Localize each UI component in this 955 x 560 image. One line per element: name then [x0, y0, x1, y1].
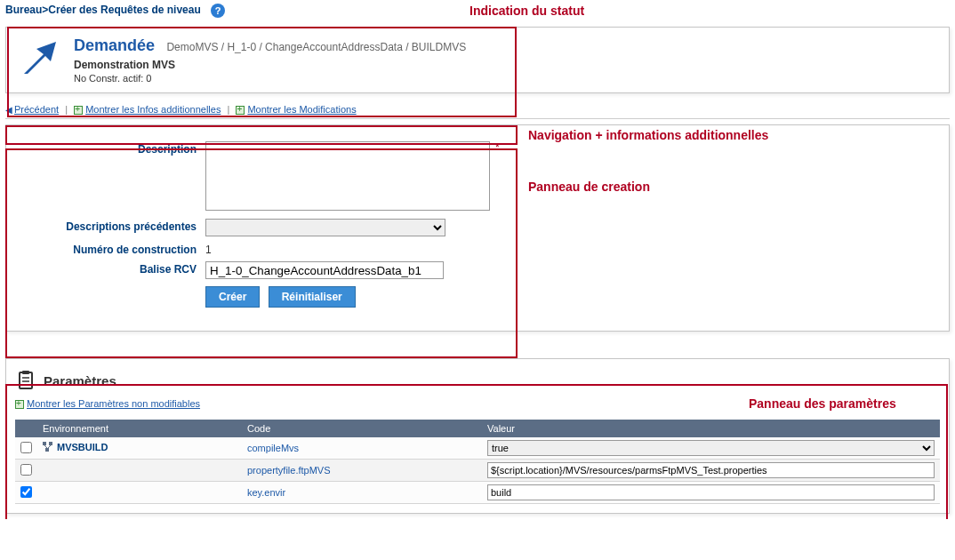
param-value-select[interactable]: true	[487, 440, 935, 456]
creation-form-panel: Description * Descriptions précédentes N…	[5, 124, 950, 332]
request-arrow-icon	[19, 36, 61, 79]
plus-icon	[74, 106, 83, 115]
svg-rect-0	[20, 372, 32, 388]
build-number-label: Numéro de construction	[19, 242, 205, 256]
col-value: Valeur	[482, 420, 940, 437]
breadcrumb: Bureau>Créer des Requêtes de niveau ?	[0, 0, 955, 21]
show-nonmodifiable-params[interactable]: Montrer les Paramètres non modifiables	[27, 398, 200, 409]
prev-desc-label: Descriptions précédentes	[19, 219, 205, 233]
svg-line-9	[48, 445, 51, 448]
col-code: Code	[242, 420, 482, 437]
param-code: key.envir	[247, 487, 285, 498]
prev-desc-select[interactable]	[205, 219, 445, 236]
rcv-tag-label: Balise RCV	[19, 261, 205, 276]
rcv-tag-input[interactable]	[205, 261, 444, 279]
table-row: key.envir	[15, 482, 940, 504]
svg-rect-1	[22, 371, 29, 374]
nav-previous[interactable]: Précédent	[14, 104, 59, 115]
table-row: MVSBUILDcompileMvstrue	[15, 437, 940, 460]
description-input[interactable]	[205, 141, 490, 211]
create-button[interactable]: Créer	[205, 286, 260, 308]
help-icon[interactable]: ?	[211, 4, 225, 18]
status-panel: Demandée DemoMVS / H_1-0 / ChangeAccount…	[5, 27, 950, 93]
clipboard-icon	[15, 370, 36, 391]
svg-line-8	[44, 445, 47, 448]
nav-show-modif[interactable]: Montrer les Modifications	[247, 104, 356, 115]
build-number-value: 1	[205, 242, 212, 256]
param-code: compileMvs	[247, 443, 299, 453]
status-title: Demandée	[74, 36, 155, 55]
row-checkbox[interactable]	[20, 486, 32, 498]
svg-rect-7	[45, 448, 49, 452]
col-environment: Environnement	[37, 420, 242, 437]
required-marker: *	[495, 141, 500, 154]
param-value-input[interactable]	[487, 484, 935, 500]
env-name: MVSBUILD	[57, 442, 108, 452]
breadcrumb-bureau[interactable]: Bureau	[5, 4, 42, 16]
col-checkbox	[15, 420, 37, 437]
parameters-table: Environnement Code Valeur MVSBUILDcompil…	[15, 420, 940, 504]
breadcrumb-page: Créer des Requêtes de niveau	[48, 4, 200, 16]
description-label: Description	[19, 141, 205, 156]
param-code: propertyfile.ftpMVS	[247, 465, 331, 476]
status-path: DemoMVS / H_1-0 / ChangeAccountAddressDa…	[166, 41, 466, 53]
table-row: propertyfile.ftpMVS	[15, 460, 940, 482]
status-constr: No Constr. actif: 0	[74, 73, 466, 84]
plus-icon	[15, 400, 24, 409]
row-checkbox[interactable]	[20, 442, 32, 453]
nav-links: ◀Précédent | Montrer les Infos additionn…	[5, 100, 950, 119]
status-sub: Demonstration MVS	[74, 59, 466, 71]
parameters-panel: Paramètres Montrer les Paramètres non mo…	[5, 358, 950, 514]
svg-rect-5	[43, 442, 46, 445]
row-checkbox[interactable]	[20, 464, 32, 476]
hierarchy-icon	[43, 442, 53, 454]
nav-show-info[interactable]: Montrer les Infos additionnelles	[85, 104, 221, 115]
plus-icon	[236, 106, 245, 115]
reset-button[interactable]: Réinitialiser	[269, 286, 356, 308]
svg-rect-6	[49, 442, 52, 445]
param-value-input[interactable]	[487, 462, 935, 478]
back-arrow-icon: ◀	[5, 105, 12, 115]
parameters-title: Paramètres	[44, 373, 116, 388]
